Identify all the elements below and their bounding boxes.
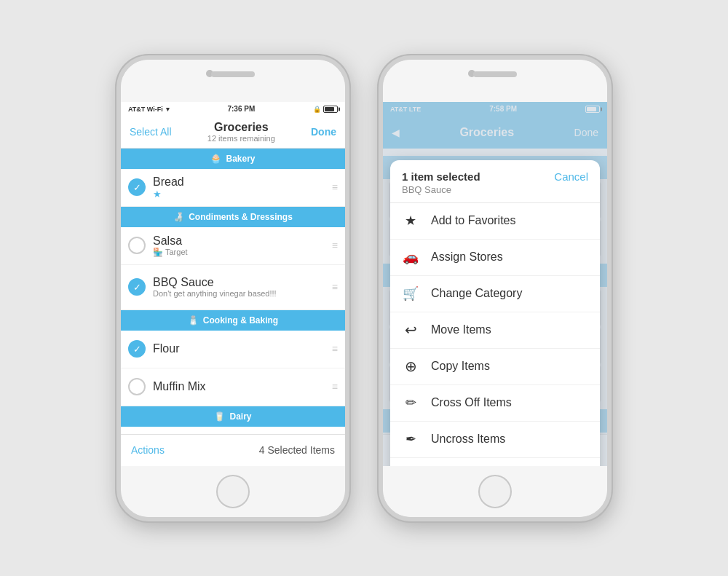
uncross-label: Uncross Items [431,433,505,446]
muffin-info: Muffin Mix [153,380,325,393]
action-change-category[interactable]: 🛒 Change Category [390,276,600,312]
carrier-1: AT&T Wi-Fi [128,106,163,113]
move-items-label: Move Items [431,323,491,336]
done-btn-1[interactable]: Done [311,126,336,138]
cooking-icon: 🧂 [188,315,199,326]
crossoff-label: Cross Off Items [431,396,512,409]
bbq-note: Don't get anything vinegar based!!! [153,289,325,298]
phone-1: AT&T Wi-Fi ▾ 7:36 PM 🔒 Select All Grocer… [116,55,349,521]
speaker-1 [211,71,255,77]
dairy-label: Dairy [229,411,251,422]
check-bbq[interactable]: ✓ [128,278,146,296]
battery-1 [323,106,338,113]
phone-bottom-2 [383,466,607,517]
action-favorites[interactable]: ★ Add to Favorites [390,203,600,240]
cart-action-icon: 🛒 [402,285,419,301]
action-header: 1 item selected BBQ Sauce Cancel [390,160,600,203]
drag-flour: ≡ [332,343,338,355]
bbq-info: BBQ Sauce Don't get anything vinegar bas… [153,276,325,298]
condiments-icon: 🍶 [173,212,184,222]
checkmark-flour: ✓ [133,344,141,355]
phone-screen-2: AT&T LTE 7:58 PM ◀ Groceries Done [383,102,607,466]
move-action-icon: ↩ [402,321,419,339]
home-btn-1[interactable] [216,475,250,508]
nav-title-1: Groceries 12 items remaining [172,121,311,143]
nav-bar-1: Select All Groceries 12 items remaining … [121,117,345,149]
phone-top-1 [121,60,345,102]
item-bbqsauce[interactable]: ✓ BBQ Sauce Don't get anything vinegar b… [121,265,345,310]
bakery-icon: 🧁 [210,154,221,164]
category-condiments: 🍶 Condiments & Dressings [121,207,345,227]
change-category-label: Change Category [431,287,522,300]
action-header-left: 1 item selected BBQ Sauce [402,170,480,195]
condiments-label: Condiments & Dressings [189,212,293,222]
drag-bread: ≡ [332,181,338,193]
item-salsa[interactable]: Salsa 🏪 Target ≡ [121,227,345,265]
check-flour[interactable]: ✓ [128,340,146,358]
item-butter[interactable]: ✓ Butter ≡ [121,427,345,434]
selected-count: 4 Selected Items [259,444,335,456]
copy-action-icon: ⊕ [402,358,419,375]
category-cooking: 🧂 Cooking & Baking [121,310,345,331]
action-delete[interactable]: 🗑 Delete Items [390,458,600,466]
salsa-store-label: Target [165,248,188,256]
action-stores[interactable]: 🚗 Assign Stores [390,240,600,276]
store-icon: 🏪 [153,248,163,257]
star-action-icon: ★ [402,213,419,229]
groceries-title: Groceries [172,121,311,134]
cooking-label: Cooking & Baking [203,315,278,326]
action-crossoff[interactable]: ✏ Cross Off Items [390,385,600,422]
actions-btn[interactable]: Actions [131,444,165,456]
drag-salsa: ≡ [332,240,338,251]
checkmark-bread: ✓ [133,182,141,193]
action-copy[interactable]: ⊕ Copy Items [390,349,600,385]
check-salsa[interactable] [128,237,146,254]
bread-name: Bread [153,175,325,189]
muffin-name: Muffin Mix [153,380,325,393]
status-bar-1: AT&T Wi-Fi ▾ 7:36 PM 🔒 [121,102,345,117]
battery-fill-1 [325,107,334,111]
home-btn-2[interactable] [478,475,512,508]
store-action-icon: 🚗 [402,249,419,265]
phone-top-2 [383,60,607,102]
items-remaining: 12 items remaining [172,134,311,143]
bbq-name: BBQ Sauce [153,276,325,289]
selected-count-label: 1 item selected [402,170,480,183]
item-flour[interactable]: ✓ Flour ≡ [121,331,345,368]
phone-bottom-1 [121,466,345,517]
action-uncross[interactable]: ✒ Uncross Items [390,422,600,458]
item-muffin[interactable]: Muffin Mix ≡ [121,368,345,406]
time-1: 7:36 PM [227,105,255,113]
item-bread[interactable]: ✓ Bread ★ ≡ [121,169,345,207]
checkmark-bbq: ✓ [133,282,141,293]
bread-star: ★ [153,189,325,200]
copy-items-label: Copy Items [431,360,490,373]
uncross-action-icon: ✒ [402,431,419,447]
drag-muffin: ≡ [332,381,338,392]
status-left-1: AT&T Wi-Fi ▾ [128,106,170,113]
crossoff-action-icon: ✏ [402,395,419,411]
phone-2: AT&T LTE 7:58 PM ◀ Groceries Done [379,55,612,521]
salsa-store: 🏪 Target [153,248,325,257]
status-right-1: 🔒 [313,106,338,113]
cancel-btn[interactable]: Cancel [554,170,588,183]
category-bakery: 🧁 Bakery [121,149,345,169]
phone-screen-1: AT&T Wi-Fi ▾ 7:36 PM 🔒 Select All Grocer… [121,102,345,466]
action-move[interactable]: ↩ Move Items [390,312,600,349]
flour-info: Flour [153,342,325,355]
lock-icon: 🔒 [313,106,321,113]
add-favorites-label: Add to Favorites [431,214,516,227]
salsa-info: Salsa 🏪 Target [153,234,325,257]
bread-info: Bread ★ [153,175,325,200]
speaker-2 [473,71,517,77]
list-content-1: 🧁 Bakery ✓ Bread ★ ≡ 🍶 Condiments & Dres… [121,149,345,434]
assign-stores-label: Assign Stores [431,250,503,264]
selected-item-label: BBQ Sauce [402,184,480,195]
flour-name: Flour [153,342,325,355]
check-muffin[interactable] [128,378,146,395]
bottom-bar-1: Actions 4 Selected Items [121,434,345,466]
salsa-name: Salsa [153,234,325,248]
select-all-btn[interactable]: Select All [130,126,172,138]
check-bread[interactable]: ✓ [128,178,146,196]
drag-bbq: ≡ [332,281,338,293]
